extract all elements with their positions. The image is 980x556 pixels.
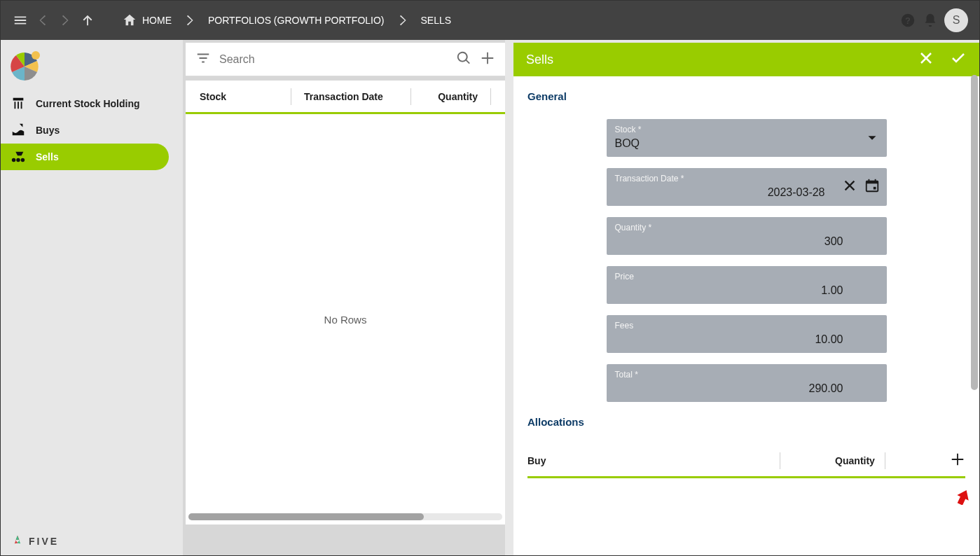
home-icon	[121, 12, 138, 29]
col-date[interactable]: Transaction Date	[291, 91, 410, 102]
svg-rect-7	[873, 187, 876, 190]
detail-title: Sells	[526, 53, 553, 67]
breadcrumb-sells[interactable]: SELLS	[417, 15, 456, 26]
field-quantity[interactable]: Quantity * 300	[607, 217, 887, 255]
calendar-icon[interactable]	[864, 178, 880, 196]
sidebar-item-current-stock[interactable]: Current Stock Holding	[1, 90, 183, 117]
top-toolbar: HOME PORTFOLIOS (GROWTH PORTFOLIO) SELLS…	[1, 1, 979, 40]
menu-icon[interactable]	[12, 12, 29, 29]
sidebar-item-buys[interactable]: Buys	[1, 117, 183, 144]
detail-pane: Sells General Stock * BOQ Transaction Da…	[513, 43, 979, 555]
avatar[interactable]: S	[944, 8, 968, 32]
chevron-right-icon	[181, 12, 198, 29]
list-footer	[186, 524, 505, 555]
holding-icon	[11, 96, 26, 111]
clear-date-icon[interactable]	[842, 178, 857, 196]
alloc-col-qty[interactable]: Quantity	[835, 455, 875, 466]
add-allocation-button[interactable]	[950, 452, 965, 470]
breadcrumb-home[interactable]: HOME	[117, 12, 176, 29]
field-price[interactable]: Price 1.00	[607, 266, 887, 304]
add-icon[interactable]	[480, 50, 495, 69]
chevron-right-icon	[394, 12, 411, 29]
app-logo	[1, 46, 183, 90]
empty-text: No Rows	[324, 314, 367, 326]
allocations-header: Buy Quantity	[527, 445, 965, 478]
section-allocations: Allocations	[527, 416, 965, 428]
svg-rect-5	[868, 179, 869, 182]
field-stock[interactable]: Stock * BOQ	[607, 119, 887, 157]
svg-text:?: ?	[905, 15, 911, 26]
list-header: Stock Transaction Date Quantity	[186, 81, 505, 114]
detail-header: Sells	[513, 43, 979, 76]
svg-rect-4	[866, 181, 878, 184]
sidebar-item-label: Sells	[36, 151, 59, 162]
field-total[interactable]: Total * 290.00	[607, 364, 887, 402]
sidebar-item-label: Buys	[36, 125, 60, 136]
field-fees[interactable]: Fees 10.00	[607, 315, 887, 353]
horizontal-scrollbar[interactable]	[188, 513, 502, 520]
annotation-arrow	[957, 489, 969, 508]
list-pane: Stock Transaction Date Quantity No Rows	[183, 40, 505, 555]
breadcrumb-portfolios[interactable]: PORTFOLIOS (GROWTH PORTFOLIO)	[204, 15, 389, 26]
sidebar: Current Stock Holding Buys Sells FIVE	[1, 40, 183, 555]
search-icon[interactable]	[456, 50, 471, 69]
close-button[interactable]	[918, 50, 934, 70]
forward-icon[interactable]	[57, 12, 74, 29]
field-date[interactable]: Transaction Date * 2023-03-28	[607, 168, 887, 206]
up-icon[interactable]	[79, 12, 96, 29]
sidebar-item-label: Current Stock Holding	[36, 98, 140, 109]
bell-icon[interactable]	[922, 12, 939, 29]
svg-point-2	[32, 51, 40, 60]
help-icon[interactable]: ?	[899, 12, 916, 29]
chevron-down-icon[interactable]	[864, 130, 880, 146]
sidebar-item-sells[interactable]: Sells	[1, 144, 169, 170]
sells-icon	[11, 149, 26, 165]
list-body: No Rows	[186, 114, 505, 524]
svg-rect-6	[874, 179, 876, 182]
save-button[interactable]	[950, 50, 967, 70]
brand-footer: FIVE	[1, 527, 183, 555]
section-general: General	[527, 90, 965, 102]
col-stock[interactable]: Stock	[200, 91, 291, 102]
search-bar	[186, 43, 505, 76]
search-input[interactable]	[219, 53, 448, 66]
alloc-col-buy[interactable]: Buy	[527, 455, 780, 466]
filter-icon[interactable]	[195, 50, 211, 69]
buys-icon	[11, 123, 26, 138]
back-icon[interactable]	[34, 12, 51, 29]
col-qty[interactable]: Quantity	[438, 91, 478, 102]
